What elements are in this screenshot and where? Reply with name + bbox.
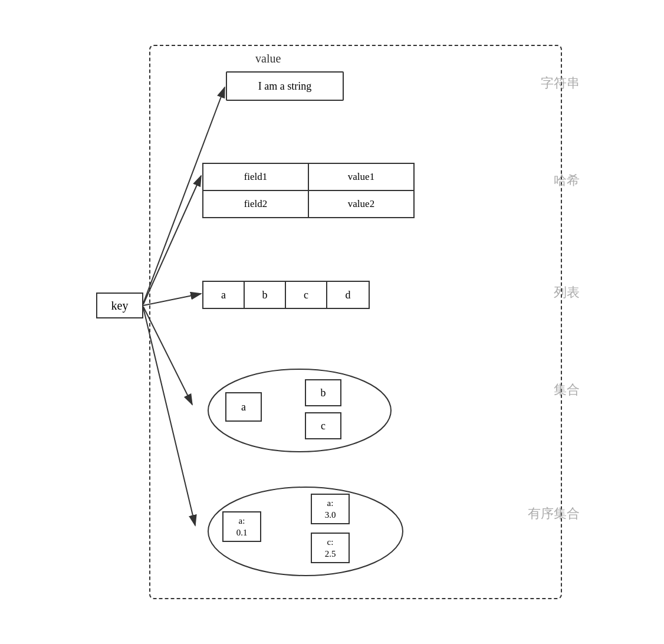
svg-text:a:: a: [327, 498, 334, 508]
hash-field2: field2 [203, 191, 309, 217]
hash-row-1: field1 value1 [203, 164, 413, 191]
set-area: a b c [193, 363, 406, 458]
svg-text:a: a [241, 401, 246, 413]
svg-text:c: c [321, 420, 326, 432]
hash-value2: value2 [309, 191, 413, 217]
key-label: key [111, 299, 129, 313]
list-item-d: d [327, 282, 369, 308]
key-box: key [96, 293, 143, 318]
label-list: 列表 [554, 284, 580, 301]
svg-text:0.1: 0.1 [236, 528, 248, 537]
string-content: I am a string [258, 80, 311, 93]
list-item-c: c [286, 282, 327, 308]
hash-value1: value1 [309, 164, 413, 190]
list-container: a b c d [202, 281, 370, 309]
diagram: key value I am a string 字符串 field1 value… [67, 33, 597, 611]
label-zset: 有序集合 [528, 505, 580, 523]
svg-text:c:: c: [327, 537, 334, 547]
string-box: I am a string [226, 71, 344, 101]
label-hash: 哈希 [554, 172, 580, 189]
label-string: 字符串 [541, 74, 580, 92]
list-item-b: b [245, 282, 286, 308]
hash-field1: field1 [203, 164, 309, 190]
zset-area: a: 0.1 a: 3.0 c: 2.5 [193, 481, 418, 581]
zset-oval-svg: a: 0.1 a: 3.0 c: 2.5 [193, 481, 418, 581]
hash-table: field1 value1 field2 value2 [202, 163, 415, 218]
label-set: 集合 [554, 381, 580, 399]
svg-text:2.5: 2.5 [325, 549, 336, 558]
svg-text:3.0: 3.0 [325, 510, 336, 520]
list-item-a: a [203, 282, 245, 308]
set-oval-svg: a b c [193, 363, 406, 458]
svg-text:b: b [321, 387, 326, 399]
svg-text:a:: a: [239, 516, 245, 525]
value-label: value [255, 52, 281, 65]
hash-row-2: field2 value2 [203, 191, 413, 217]
